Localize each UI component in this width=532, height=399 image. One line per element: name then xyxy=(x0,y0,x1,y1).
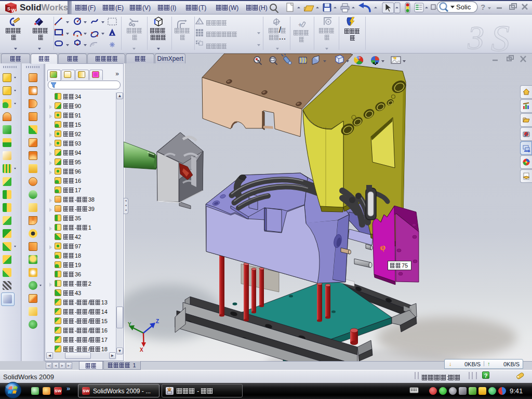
svg-text:X: X xyxy=(140,347,143,353)
svg-text:?: ? xyxy=(481,3,485,11)
svg-text:+: + xyxy=(298,21,302,29)
svg-text:Z: Z xyxy=(156,318,159,324)
svg-text:S: S xyxy=(7,6,10,11)
svg-text:S: S xyxy=(491,19,510,53)
svg-text:!: ! xyxy=(198,20,199,24)
svg-text:Y: Y xyxy=(128,322,131,327)
svg-text:W: W xyxy=(11,8,16,13)
svg-text:3: 3 xyxy=(468,19,484,53)
svg-text:Solic: Solic xyxy=(456,3,471,11)
